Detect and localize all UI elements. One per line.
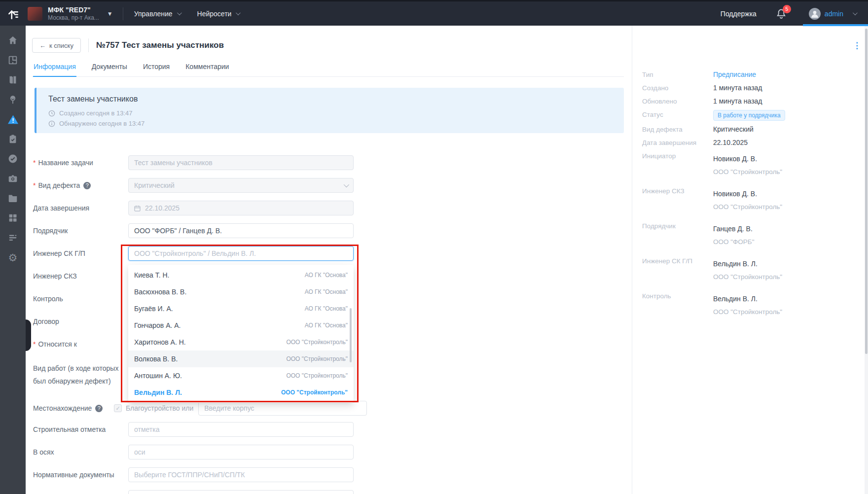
field-label: Относится к [38, 340, 77, 349]
sidebar-item-floor-plan[interactable] [0, 50, 26, 70]
dropdown-option[interactable]: Бугаёв И. А. АО ГК "Основа" [128, 300, 354, 317]
field-label: Договор [33, 317, 59, 326]
dropdown-scrollbar[interactable] [350, 308, 352, 362]
menu-neural-label: Нейросети [197, 10, 232, 18]
more-actions-kebab-icon[interactable]: ⋮ [853, 40, 861, 51]
project-selector[interactable]: МФК "RED7" Москва, пр-т Ака... ▼ [28, 6, 113, 22]
help-icon[interactable]: ? [95, 405, 103, 412]
dropdown-option[interactable]: Волкова В. В. ООО "Стройконтроль" [128, 351, 354, 367]
task-name-input[interactable] [128, 155, 354, 170]
sidebar: ⚙ [0, 26, 26, 494]
contractor-input[interactable] [128, 223, 354, 238]
person-name: Волкова В. В. [134, 355, 178, 363]
help-icon[interactable]: ? [83, 182, 91, 189]
partial-bottom-input[interactable] [128, 490, 354, 494]
back-to-list-button[interactable]: ← к списку [32, 38, 81, 53]
elevation-input[interactable] [128, 422, 354, 437]
sidebar-item-home[interactable] [0, 31, 26, 50]
materials-icon [7, 74, 18, 85]
sidebar-item-settings[interactable]: ⚙ [0, 247, 26, 267]
menu-neural-networks[interactable]: Нейросети [197, 10, 240, 18]
details-label: Инициатор [642, 151, 713, 176]
support-link[interactable]: Поддержка [721, 10, 757, 18]
field-defect-kind: *Вид дефекта? Критический [32, 178, 624, 193]
sidebar-item-acceptance[interactable] [0, 149, 26, 169]
field-location: Местонахождение? ✓ Благоустройство или [32, 401, 624, 416]
folder-icon [7, 193, 18, 204]
dropdown-option[interactable]: Киева Т. Н. АО ГК "Основа" [128, 267, 354, 283]
created-meta: Создано сегодня в 13:47 [48, 109, 612, 117]
landscaping-checkbox[interactable]: ✓ [114, 404, 122, 412]
details-value: В работе у подрядчика [713, 110, 785, 121]
page-scrollbar-thumb[interactable] [865, 29, 868, 354]
header-divider [88, 38, 89, 52]
dropdown-option[interactable]: Вельдин В. Л. ООО "Стройконтроль" [128, 384, 354, 401]
sidebar-item-photos[interactable] [0, 169, 26, 188]
details-label: Обновлено [642, 97, 713, 106]
person-name: Васюхнова В. В. [134, 288, 186, 296]
detected-text: Обнаружено сегодня в 13:47 [59, 120, 145, 127]
details-row: Инженер СКЗ Новиков Д. В. ООО "Стройконт… [642, 186, 855, 212]
tab-label: Документы [92, 63, 127, 71]
person-company: ООО "Стройконтроль" [286, 339, 348, 346]
app-logo-icon[interactable] [5, 5, 22, 22]
detected-meta: Обнаружено сегодня в 13:47 [48, 120, 612, 127]
person-company: ООО "Стройконтроль" [286, 355, 348, 362]
details-row: Создано 1 минута назад [642, 83, 855, 93]
field-label: В осях [33, 448, 54, 457]
sidebar-item-reports[interactable] [0, 228, 26, 247]
task-summary-title: Тест замены участников [48, 95, 612, 104]
field-engineer-sk-gp: Инженер СК Г/П [32, 246, 624, 261]
dropdown-option[interactable]: Антошин А. Ю. ООО "Стройконтроль" [128, 367, 354, 384]
person-company: ООО "Стройконтроль" [286, 372, 348, 379]
details-row: Подрядчик Ганцев Д. В. ООО "ФОРБ" [642, 221, 855, 247]
field-label: Контроль [33, 294, 63, 304]
field-label: Нормативные документы [33, 470, 114, 480]
details-label: Создано [642, 83, 713, 93]
details-person-name: Ганцев Д. В. [713, 224, 754, 234]
sidebar-item-defects[interactable] [0, 109, 26, 129]
details-label: Тип [642, 70, 713, 79]
notifications-bell-icon[interactable]: 5 [775, 7, 787, 20]
dropdown-option[interactable]: Харитонов А. Н. ООО "Стройконтроль" [128, 334, 354, 351]
details-person-name: Вельдин В. Л. [713, 259, 782, 269]
normative-docs-input[interactable] [128, 467, 354, 482]
chevron-down-icon [177, 10, 182, 15]
tab[interactable]: Документы [91, 61, 128, 76]
details-row: Обновлено 1 минута назад [642, 97, 855, 106]
details-label: Статус [642, 110, 713, 121]
checkbox-label: Благоустройство или [126, 404, 193, 412]
tab[interactable]: Комментарии [185, 61, 229, 76]
sidebar-item-landscaping[interactable] [0, 90, 26, 109]
engineer-sk-gp-input[interactable] [128, 246, 354, 261]
caret-down-icon: ▼ [107, 10, 113, 17]
due-date-input[interactable]: 22.10.2025 [128, 201, 354, 215]
person-name: Антошин А. Ю. [134, 372, 182, 380]
tab-bar: Информация Документы История Комментарии [32, 61, 624, 77]
menu-management[interactable]: Управление [134, 10, 181, 18]
field-label: Подрядчик [33, 226, 68, 236]
axes-input[interactable] [128, 445, 354, 459]
dropdown-option[interactable]: Васюхнова В. В. АО ГК "Основа" [128, 283, 354, 300]
details-value: 1 минута назад [713, 84, 762, 92]
person-name: Гончаров А. А. [134, 321, 181, 329]
arrow-left-icon: ← [39, 42, 46, 49]
page-scrollbar[interactable] [865, 26, 868, 494]
task-summary-card: Тест замены участников Создано сегодня в… [35, 88, 624, 133]
gear-icon: ⚙ [8, 252, 18, 263]
sidebar-item-documents[interactable] [0, 188, 26, 208]
defect-kind-select[interactable]: Критический [128, 178, 354, 193]
tab[interactable]: Информация [33, 61, 76, 77]
details-value: Предписание [713, 71, 756, 78]
details-label: Вид дефекта [642, 125, 713, 134]
sidebar-item-modules[interactable] [0, 208, 26, 228]
report-lines-icon [7, 232, 18, 243]
sidebar-item-materials[interactable] [0, 70, 26, 90]
tab[interactable]: История [143, 61, 170, 76]
user-menu[interactable]: admin [809, 8, 856, 20]
building-input[interactable] [198, 401, 367, 416]
chevron-down-icon [853, 10, 858, 15]
sidebar-item-tasks[interactable] [0, 129, 26, 149]
person-name: Вельдин В. Л. [134, 388, 182, 396]
dropdown-option[interactable]: Гончаров А. А. АО ГК "Основа" [128, 317, 354, 334]
